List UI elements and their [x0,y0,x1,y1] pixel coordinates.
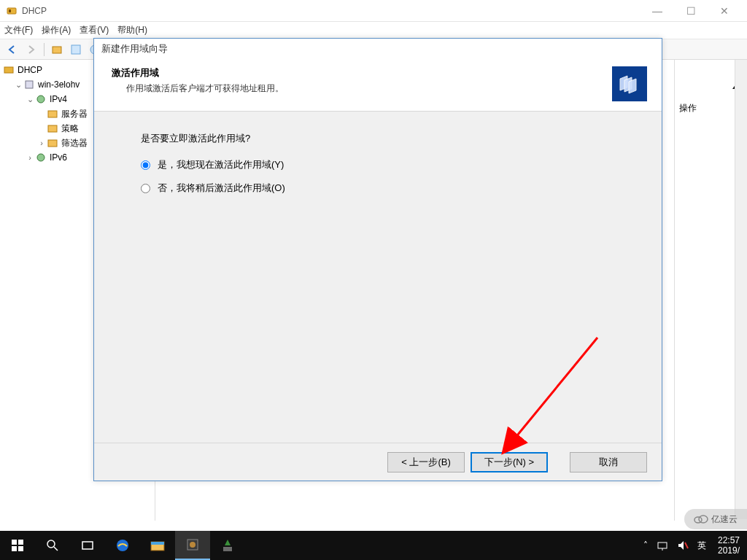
wizard-heading: 激活作用域 [109,66,284,79]
minimize-button[interactable]: — [640,0,674,22]
tree-label: win-3elohv [38,79,80,90]
scrollbar[interactable] [735,60,747,519]
svg-rect-3 [71,45,80,54]
tree-label: IPv4 [50,94,67,104]
radio-activate-yes[interactable]: 是，我想现在激活此作用域(Y) [141,158,615,171]
svg-line-31 [685,542,688,548]
svg-point-15 [699,516,708,523]
dhcp-icon [6,5,18,17]
dhcp-icon [3,64,15,76]
maximize-button[interactable]: ☐ [674,0,708,22]
svg-point-12 [37,154,44,161]
watermark: 亿速云 [684,509,747,529]
svg-rect-10 [48,125,57,132]
wizard-subheading: 作用域激活后客户端才可获得地址租用。 [109,82,284,95]
scope-header-icon [612,66,647,101]
taskbar: ˄ 英 22:57 2019/ [0,531,747,560]
taskbar-ie[interactable] [105,531,140,560]
next-button[interactable]: 下一步(N) > [471,452,548,472]
menu-view[interactable]: 查看(V) [80,24,109,36]
radio-yes-label: 是，我想现在激活此作用域(Y) [158,158,284,171]
svg-rect-2 [53,47,61,53]
wizard-footer: < 上一步(B) 下一步(N) > 取消 [94,443,662,481]
tool-folder-icon[interactable] [49,42,65,58]
svg-rect-6 [4,67,13,73]
watermark-text: 亿速云 [711,513,738,526]
svg-rect-25 [151,542,164,545]
expand-icon[interactable]: ⌄ [25,95,35,104]
svg-point-27 [190,542,196,548]
actions-label: 操作 [679,64,743,114]
svg-rect-18 [12,546,17,551]
svg-point-20 [47,540,55,548]
main-window-titlebar: DHCP — ☐ ✕ [0,0,747,22]
svg-rect-1 [9,9,11,12]
ime-indicator[interactable]: 英 [693,531,711,560]
toolbar-divider [44,43,44,56]
svg-rect-22 [82,542,93,549]
expand-icon[interactable]: › [36,139,47,147]
taskbar-explorer[interactable] [140,531,175,560]
volume-icon[interactable] [673,531,693,560]
ipv4-icon [35,93,47,105]
wizard-body: 是否要立即激活此作用域? 是，我想现在激活此作用域(Y) 否，我将稍后激活此作用… [94,112,662,443]
svg-rect-16 [12,540,17,545]
menu-action[interactable]: 操作(A) [42,24,71,36]
annotation-arrow [452,330,612,462]
tree-label: 服务器 [61,108,88,120]
tray-overflow-icon[interactable]: ˄ [639,531,652,560]
new-scope-wizard-dialog: 新建作用域向导 激活作用域 作用域激活后客户端才可获得地址租用。 是否要立即激活… [93,38,662,481]
taskbar-dhcp[interactable] [210,531,245,560]
clock-date: 2019/ [718,545,740,556]
window-title: DHCP [22,6,47,16]
ipv6-icon [35,152,47,163]
svg-rect-0 [7,8,16,14]
wizard-header: 激活作用域 作用域激活后客户端才可获得地址租用。 [94,59,662,112]
svg-rect-17 [18,540,23,545]
svg-rect-7 [26,81,33,88]
radio-no-label: 否，我将稍后激活此作用域(O) [158,182,285,195]
svg-rect-29 [658,542,667,548]
search-button[interactable] [35,531,70,560]
folder-icon [47,137,58,149]
expand-icon[interactable]: › [25,153,35,162]
folder-icon [47,108,58,120]
radio-yes-input[interactable] [141,160,150,170]
svg-rect-11 [48,140,57,147]
menu-help[interactable]: 帮助(H) [117,24,147,36]
clock[interactable]: 22:57 2019/ [711,535,747,556]
network-icon[interactable] [652,531,673,560]
close-button[interactable]: ✕ [708,0,741,22]
tree-label: 策略 [61,122,79,135]
start-button[interactable] [0,531,35,560]
tool-properties-icon[interactable] [68,42,84,58]
radio-activate-no[interactable]: 否，我将稍后激活此作用域(O) [141,182,615,195]
forward-button[interactable] [23,42,39,58]
wizard-title: 新建作用域向导 [94,39,662,59]
radio-no-input[interactable] [141,184,150,193]
menu-file[interactable]: 文件(F) [4,24,33,36]
expand-icon[interactable]: ⌄ [13,80,23,90]
server-icon [23,79,35,90]
back-button[interactable]: < 上一步(B) [387,452,465,472]
folder-icon [47,122,58,134]
cancel-button[interactable]: 取消 [570,452,647,472]
svg-point-8 [37,96,44,103]
taskbar-server-manager[interactable] [175,531,210,560]
svg-rect-9 [48,111,57,117]
svg-rect-28 [223,547,232,551]
window-controls: — ☐ ✕ [640,0,741,22]
back-button[interactable] [4,42,20,58]
tree-label: 筛选器 [61,137,88,149]
svg-line-21 [54,547,58,551]
tree-label: DHCP [18,65,42,75]
tree-label: IPv6 [50,152,67,163]
task-view-button[interactable] [70,531,105,560]
svg-line-13 [504,338,597,451]
wizard-question: 是否要立即激活此作用域? [141,132,615,145]
menu-bar: 文件(F) 操作(A) 查看(V) 帮助(H) [0,22,747,39]
system-tray: ˄ 英 22:57 2019/ [639,531,747,560]
svg-rect-19 [18,546,23,551]
clock-time: 22:57 [718,535,740,545]
